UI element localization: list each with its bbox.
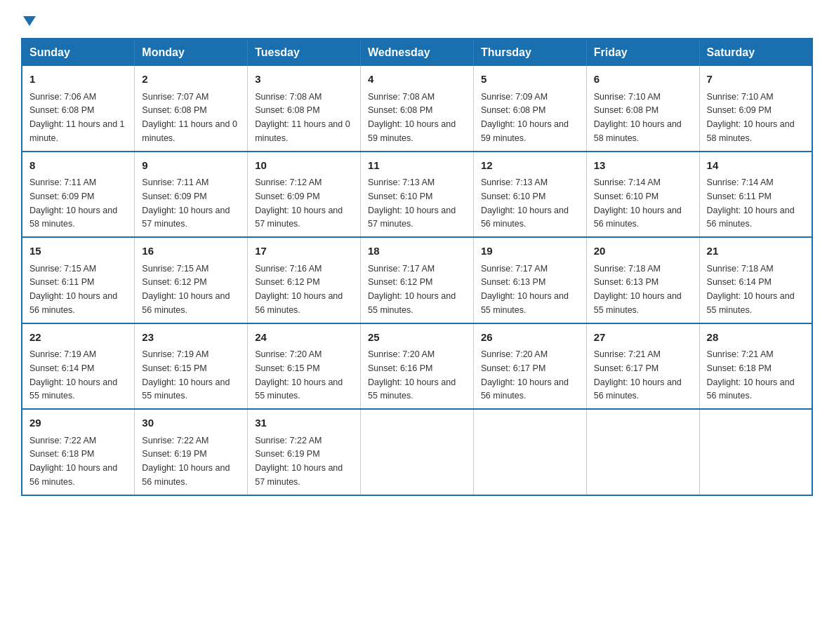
calendar-cell: 27Sunrise: 7:21 AMSunset: 6:17 PMDayligh…: [586, 323, 699, 410]
calendar-cell: [361, 409, 474, 495]
day-number: 29: [29, 415, 127, 431]
day-number: 13: [594, 158, 692, 174]
day-info: Sunrise: 7:19 AMSunset: 6:14 PMDaylight:…: [29, 349, 117, 401]
calendar-cell: 25Sunrise: 7:20 AMSunset: 6:16 PMDayligh…: [361, 323, 474, 410]
calendar-cell: 29Sunrise: 7:22 AMSunset: 6:18 PMDayligh…: [22, 409, 135, 495]
calendar-cell: 30Sunrise: 7:22 AMSunset: 6:19 PMDayligh…: [135, 409, 248, 495]
calendar-cell: 13Sunrise: 7:14 AMSunset: 6:10 PMDayligh…: [586, 152, 699, 238]
weekday-header-thursday: Thursday: [473, 39, 586, 66]
calendar-cell: 11Sunrise: 7:13 AMSunset: 6:10 PMDayligh…: [361, 152, 474, 238]
day-info: Sunrise: 7:22 AMSunset: 6:19 PMDaylight:…: [255, 436, 343, 487]
calendar-cell: 18Sunrise: 7:17 AMSunset: 6:12 PMDayligh…: [361, 237, 474, 323]
day-number: 22: [29, 330, 127, 346]
day-number: 18: [368, 243, 466, 260]
day-number: 25: [368, 330, 466, 346]
day-info: Sunrise: 7:11 AMSunset: 6:09 PMDaylight:…: [29, 177, 117, 229]
day-info: Sunrise: 7:19 AMSunset: 6:15 PMDaylight:…: [142, 349, 230, 401]
day-info: Sunrise: 7:18 AMSunset: 6:14 PMDaylight:…: [707, 264, 795, 315]
day-number: 9: [142, 158, 240, 174]
day-number: 3: [255, 72, 353, 88]
day-info: Sunrise: 7:20 AMSunset: 6:15 PMDaylight:…: [255, 349, 343, 401]
day-info: Sunrise: 7:14 AMSunset: 6:10 PMDaylight:…: [594, 177, 682, 229]
calendar-cell: [473, 409, 586, 495]
day-number: 17: [255, 243, 353, 260]
day-info: Sunrise: 7:22 AMSunset: 6:18 PMDaylight:…: [29, 436, 117, 487]
weekday-header-tuesday: Tuesday: [248, 39, 361, 66]
day-info: Sunrise: 7:18 AMSunset: 6:13 PMDaylight:…: [594, 264, 682, 315]
day-info: Sunrise: 7:10 AMSunset: 6:09 PMDaylight:…: [707, 92, 795, 143]
day-number: 6: [594, 72, 692, 88]
day-info: Sunrise: 7:15 AMSunset: 6:11 PMDaylight:…: [29, 264, 117, 315]
logo-triangle-icon: [23, 16, 36, 26]
day-number: 27: [594, 330, 692, 346]
day-number: 12: [481, 158, 579, 174]
day-info: Sunrise: 7:15 AMSunset: 6:12 PMDaylight:…: [142, 264, 230, 315]
page-header: [21, 14, 813, 24]
day-number: 20: [594, 243, 692, 260]
day-info: Sunrise: 7:07 AMSunset: 6:08 PMDaylight:…: [142, 92, 237, 143]
weekday-header-friday: Friday: [586, 39, 699, 66]
day-number: 24: [255, 330, 353, 346]
calendar-week-row: 8Sunrise: 7:11 AMSunset: 6:09 PMDaylight…: [22, 152, 812, 238]
day-number: 19: [481, 243, 579, 260]
calendar-cell: 16Sunrise: 7:15 AMSunset: 6:12 PMDayligh…: [135, 237, 248, 323]
calendar-cell: 24Sunrise: 7:20 AMSunset: 6:15 PMDayligh…: [248, 323, 361, 410]
calendar-cell: 28Sunrise: 7:21 AMSunset: 6:18 PMDayligh…: [699, 323, 812, 410]
day-number: 26: [481, 330, 579, 346]
day-info: Sunrise: 7:09 AMSunset: 6:08 PMDaylight:…: [481, 92, 569, 143]
calendar-cell: 21Sunrise: 7:18 AMSunset: 6:14 PMDayligh…: [699, 237, 812, 323]
calendar-cell: 19Sunrise: 7:17 AMSunset: 6:13 PMDayligh…: [473, 237, 586, 323]
calendar-cell: 8Sunrise: 7:11 AMSunset: 6:09 PMDaylight…: [22, 152, 135, 238]
day-info: Sunrise: 7:16 AMSunset: 6:12 PMDaylight:…: [255, 264, 343, 315]
day-number: 10: [255, 158, 353, 174]
calendar-body: 1Sunrise: 7:06 AMSunset: 6:08 PMDaylight…: [22, 66, 812, 495]
calendar-cell: 5Sunrise: 7:09 AMSunset: 6:08 PMDaylight…: [473, 66, 586, 152]
calendar-cell: 22Sunrise: 7:19 AMSunset: 6:14 PMDayligh…: [22, 323, 135, 410]
day-info: Sunrise: 7:17 AMSunset: 6:13 PMDaylight:…: [481, 264, 569, 315]
day-number: 16: [142, 243, 240, 260]
day-number: 7: [707, 72, 805, 88]
calendar-cell: 10Sunrise: 7:12 AMSunset: 6:09 PMDayligh…: [248, 152, 361, 238]
day-number: 11: [368, 158, 466, 174]
day-number: 8: [29, 158, 127, 174]
calendar-week-row: 1Sunrise: 7:06 AMSunset: 6:08 PMDaylight…: [22, 66, 812, 152]
calendar-cell: 23Sunrise: 7:19 AMSunset: 6:15 PMDayligh…: [135, 323, 248, 410]
day-info: Sunrise: 7:14 AMSunset: 6:11 PMDaylight:…: [707, 177, 795, 229]
day-number: 5: [481, 72, 579, 88]
weekday-header-row: SundayMondayTuesdayWednesdayThursdayFrid…: [22, 39, 812, 66]
day-info: Sunrise: 7:17 AMSunset: 6:12 PMDaylight:…: [368, 264, 456, 315]
day-number: 23: [142, 330, 240, 346]
calendar-cell: 31Sunrise: 7:22 AMSunset: 6:19 PMDayligh…: [248, 409, 361, 495]
calendar-cell: 17Sunrise: 7:16 AMSunset: 6:12 PMDayligh…: [248, 237, 361, 323]
calendar-cell: 9Sunrise: 7:11 AMSunset: 6:09 PMDaylight…: [135, 152, 248, 238]
logo: [21, 14, 36, 24]
day-info: Sunrise: 7:22 AMSunset: 6:19 PMDaylight:…: [142, 436, 230, 487]
day-number: 1: [29, 72, 127, 88]
calendar-cell: 2Sunrise: 7:07 AMSunset: 6:08 PMDaylight…: [135, 66, 248, 152]
calendar-week-row: 15Sunrise: 7:15 AMSunset: 6:11 PMDayligh…: [22, 237, 812, 323]
calendar-cell: 20Sunrise: 7:18 AMSunset: 6:13 PMDayligh…: [586, 237, 699, 323]
day-info: Sunrise: 7:08 AMSunset: 6:08 PMDaylight:…: [368, 92, 456, 143]
day-info: Sunrise: 7:08 AMSunset: 6:08 PMDaylight:…: [255, 92, 350, 143]
day-number: 14: [707, 158, 805, 174]
day-info: Sunrise: 7:20 AMSunset: 6:17 PMDaylight:…: [481, 349, 569, 401]
calendar-cell: [586, 409, 699, 495]
calendar-week-row: 29Sunrise: 7:22 AMSunset: 6:18 PMDayligh…: [22, 409, 812, 495]
day-info: Sunrise: 7:13 AMSunset: 6:10 PMDaylight:…: [368, 177, 456, 229]
day-info: Sunrise: 7:21 AMSunset: 6:17 PMDaylight:…: [594, 349, 682, 401]
calendar-cell: 15Sunrise: 7:15 AMSunset: 6:11 PMDayligh…: [22, 237, 135, 323]
day-number: 15: [29, 243, 127, 260]
day-info: Sunrise: 7:06 AMSunset: 6:08 PMDaylight:…: [29, 92, 125, 143]
calendar-week-row: 22Sunrise: 7:19 AMSunset: 6:14 PMDayligh…: [22, 323, 812, 410]
day-number: 30: [142, 415, 240, 431]
day-number: 31: [255, 415, 353, 431]
calendar-cell: 14Sunrise: 7:14 AMSunset: 6:11 PMDayligh…: [699, 152, 812, 238]
weekday-header-wednesday: Wednesday: [361, 39, 474, 66]
calendar-cell: 3Sunrise: 7:08 AMSunset: 6:08 PMDaylight…: [248, 66, 361, 152]
day-info: Sunrise: 7:11 AMSunset: 6:09 PMDaylight:…: [142, 177, 230, 229]
weekday-header-sunday: Sunday: [22, 39, 135, 66]
day-number: 4: [368, 72, 466, 88]
day-info: Sunrise: 7:13 AMSunset: 6:10 PMDaylight:…: [481, 177, 569, 229]
day-number: 2: [142, 72, 240, 88]
calendar-cell: 12Sunrise: 7:13 AMSunset: 6:10 PMDayligh…: [473, 152, 586, 238]
